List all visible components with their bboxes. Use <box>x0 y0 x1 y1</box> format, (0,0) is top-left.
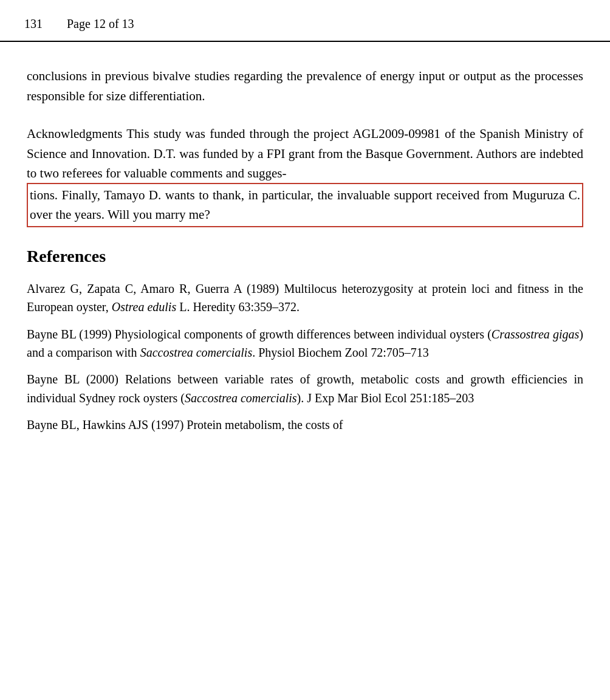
reference-item: Alvarez G, Zapata C, Amaro R, Guerra A (… <box>27 280 583 317</box>
acknowledgments-normal: Acknowledgments This study was funded th… <box>27 124 583 184</box>
ref2-italic1: Crassostrea gigas <box>492 328 580 341</box>
reference-item: Bayne BL, Hawkins AJS (1997) Protein met… <box>27 416 583 434</box>
ref4-text: Bayne BL, Hawkins AJS (1997) Protein met… <box>27 418 343 431</box>
page-label: Page 12 of 13 <box>67 17 134 31</box>
ref1-italic: Ostrea edulis <box>112 300 176 314</box>
page: 131 Page 12 of 13 conclusions in previou… <box>0 0 610 700</box>
references-title: References <box>27 247 583 266</box>
intro-paragraph: conclusions in previous bivalve studies … <box>27 66 583 106</box>
ref1-text: Alvarez G, Zapata C, Amaro R, Guerra A (… <box>27 282 583 314</box>
acknowledgments-highlighted: tions. Finally, Tamayo D. wants to thank… <box>27 183 583 227</box>
page-number: 131 <box>24 17 43 31</box>
acknowledgments-highlighted-text: tions. Finally, Tamayo D. wants to thank… <box>30 188 580 222</box>
ref3-text: Bayne BL (2000) Relations between variab… <box>27 372 583 404</box>
ref3-italic: Saccostrea comercialis <box>185 391 297 405</box>
ref2-italic2: Saccostrea comercialis <box>140 346 253 359</box>
reference-item: Bayne BL (1999) Physiological components… <box>27 325 583 362</box>
reference-list: Alvarez G, Zapata C, Amaro R, Guerra A (… <box>27 280 583 434</box>
acknowledgments-block: Acknowledgments This study was funded th… <box>27 124 583 227</box>
reference-item: Bayne BL (2000) Relations between variab… <box>27 370 583 407</box>
acknowledgments-label: Acknowledgments <box>27 126 122 141</box>
ref2-text: Bayne BL (1999) Physiological components… <box>27 328 583 359</box>
page-content: conclusions in previous bivalve studies … <box>0 42 610 467</box>
page-header: 131 Page 12 of 13 <box>0 0 610 42</box>
